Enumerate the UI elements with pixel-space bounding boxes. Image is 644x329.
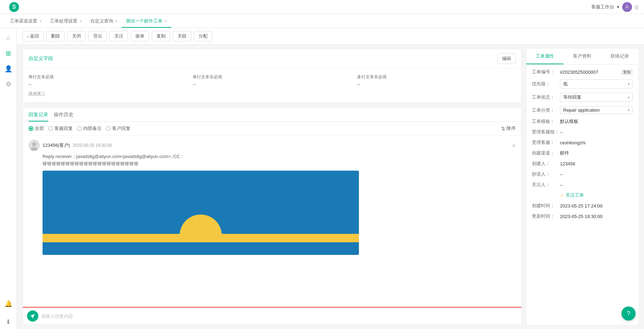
type-select[interactable]: Repair application ▾ [560,106,633,114]
message-header: 123456(客户) 2023-05-25 19:30:00 ∨ [28,140,516,151]
priority-value: 低 [563,81,568,87]
reply-send-button[interactable] [27,310,38,322]
field-value-1: -- [28,81,187,87]
copy-ticket-no-button[interactable]: 复制 [621,69,633,75]
right-tab-attrs[interactable]: 工单属性 [526,49,564,64]
right-tab-bar: 工单属性 客户资料 联络记录 [526,49,638,65]
message-sender: 123456(客户) [43,142,70,149]
back-arrow-icon: ‹ [27,34,28,39]
radio-all[interactable]: 全部 [28,125,44,132]
help-button[interactable]: ? [622,307,636,321]
reply-tab-bar: 回复记录 操作历史 [23,107,521,122]
workspace-label[interactable]: 客服工作台 [591,4,614,10]
tab-close-icon[interactable]: × [165,19,167,23]
urge-button[interactable]: 催单 [131,31,149,41]
watch-link[interactable]: 关注工单 [566,192,584,198]
copy-button[interactable]: 复制 [152,31,170,41]
template-value: 默认模板 [560,118,633,125]
messages-area: 123456(客户) 2023-05-25 19:30:00 ∨ Reply r… [23,136,521,307]
custom-fields-card: 自定义字段 编辑 单行文本必填 -- 单行文本非必填 -- [22,49,522,103]
radio-internal[interactable]: 内部备注 [77,125,102,132]
attr-cs-group: 受理客服组： -- [532,129,633,135]
follower-label: 关注人： [532,182,560,188]
follower-value: -- [560,182,633,187]
status-label: 工单状态： [532,94,560,100]
s-logo: S [6,0,22,14]
bars-icon[interactable]: ||| [635,4,638,9]
right-tab-contact[interactable]: 联络记录 [601,49,638,64]
field-value-2: -- [193,81,351,87]
attr-created-time: 创建时间： 2023-05-25 17:24:00 [532,203,633,209]
ticket-no-label: 工单编号： [532,69,560,75]
cc-value: -- [560,172,633,177]
radio-circle-all [28,126,33,131]
tab-custom-query[interactable]: 自定义查询 × [86,15,122,28]
avatar[interactable]: A [622,2,632,12]
relate-button[interactable]: 关联 [173,31,191,41]
radio-customer[interactable]: 客户回复 [106,125,130,132]
sort-icon: ⇅ [501,126,505,131]
sidebar-item-grid[interactable]: ⊞ [1,46,15,60]
tab-close-icon[interactable]: × [39,19,41,23]
sidebar-item-download[interactable]: ⬇ [1,315,15,329]
attr-status: 工单状态： 等待回复 ▾ [532,93,633,102]
attr-watch: ☆ 关注工单 [532,192,633,198]
main-panel: 自定义字段 编辑 单行文本必填 -- 单行文本非必填 -- [22,49,522,325]
message-time: 2023-05-25 19:30:00 [73,143,112,148]
tab-ticket-processing[interactable]: 工单处理设置 × [46,15,86,28]
expand-icon[interactable]: ∨ [512,143,516,148]
sidebar-item-settings[interactable]: ⚙ [1,77,15,91]
field-label-1: 单行文本必填 [28,74,187,80]
sidebar-item-home[interactable]: ⌂ [1,31,15,45]
tab-email-ticket[interactable]: 测试一个邮件工单 × [122,15,171,28]
created-time-value: 2023-05-25 17:24:00 [560,203,633,209]
cs-group-label: 受理客服组： [532,129,560,135]
top-bar-right: 客服工作台 ▾ A ||| [591,2,638,12]
fields-grid: 单行文本必填 -- 单行文本非必填 -- 多行文本非必填 -- [28,74,516,87]
radio-cs-reply[interactable]: 客服回复 [48,125,73,132]
creator-value: 123456 [560,161,633,166]
creator-label: 创建人： [532,160,560,167]
export-button[interactable]: 导出 [89,31,107,41]
reply-receiver: Reply receiver：javadsltg@aliyun.com<java… [43,153,516,160]
field-item-4: 沃尔沃二 [28,91,516,97]
tab-ticket-channel[interactable]: 工单渠道设置 × [6,15,46,28]
attr-cc: 抄送人： -- [532,171,633,177]
attr-follower: 关注人： -- [532,182,633,188]
cc-label: 抄送人： [532,171,560,177]
radio-circle-internal [77,126,82,131]
reply-card: 回复记录 操作历史 全部 客服回复 [22,107,522,325]
cs-label: 受理客服： [532,139,560,146]
custom-fields-body: 单行文本必填 -- 单行文本非必填 -- 多行文本非必填 -- [23,68,521,103]
content-area: ‹ 返回 删除 关闭 导出 关注 催单 复制 关联 分配 自定义字段 编辑 [17,28,644,329]
follow-button[interactable]: 关注 [110,31,128,41]
tab-bar: 工单渠道设置 × 工单处理设置 × 自定义查询 × 测试一个邮件工单 × [0,14,644,28]
tab-close-icon[interactable]: × [115,19,117,23]
right-tab-customer[interactable]: 客户资料 [564,49,601,64]
back-button[interactable]: ‹ 返回 [22,31,44,41]
workspace-dropdown-icon[interactable]: ▾ [617,4,619,9]
tab-reply-records[interactable]: 回复记录 [28,112,48,121]
close-button[interactable]: 关闭 [67,31,86,41]
status-select[interactable]: 等待回复 ▾ [560,93,633,102]
delete-button[interactable]: 删除 [46,31,65,41]
custom-fields-header: 自定义字段 编辑 [23,49,521,68]
sidebar-item-bell[interactable]: 🔔 [1,297,15,311]
edit-button[interactable]: 编辑 [497,53,516,64]
sidebar: ⌂ ⊞ 👤 ⚙ 🔔 ⬇ [0,28,17,329]
priority-select[interactable]: 低 ▾ [560,79,633,88]
sidebar-item-user[interactable]: 👤 [1,62,15,76]
attr-priority: 优先级： 低 ▾ [532,79,633,88]
reply-input[interactable] [41,314,517,319]
tab-close-icon[interactable]: × [79,19,82,23]
attr-updated-time: 更新时间： 2023-05-25 19:30:00 [532,213,633,219]
chevron-down-icon: ▾ [628,96,630,99]
sort-button[interactable]: ⇅ 降序 [501,125,516,132]
svg-point-1 [32,142,36,146]
template-label: 工单模板： [532,118,560,125]
assign-button[interactable]: 分配 [194,31,212,41]
star-icon: ☆ [560,193,564,198]
message-image [43,171,359,255]
attr-channel: 创建渠道： 邮件 [532,150,633,156]
tab-operation-history[interactable]: 操作历史 [54,112,73,121]
